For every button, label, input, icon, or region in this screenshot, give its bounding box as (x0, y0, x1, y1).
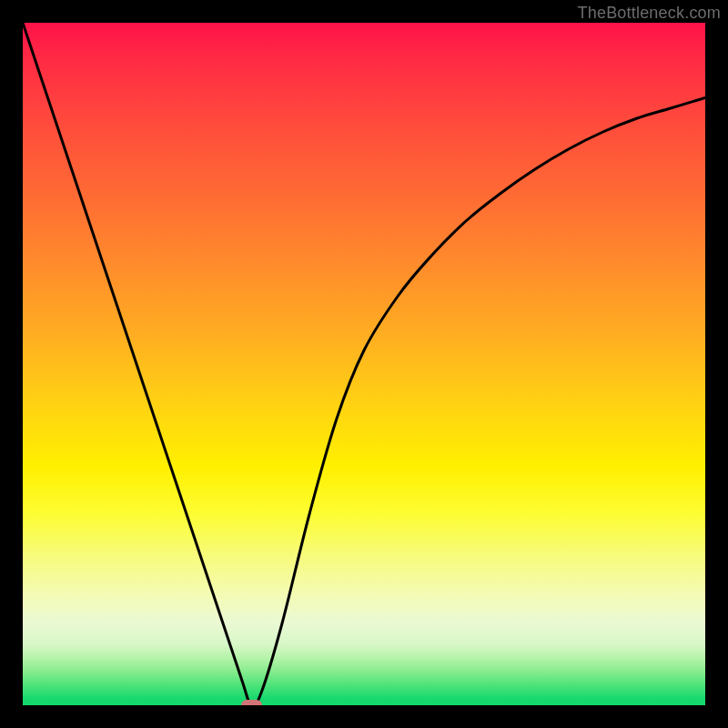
plot-area (23, 23, 705, 705)
optimum-marker (241, 700, 262, 705)
chart-frame: TheBottleneck.com (0, 0, 728, 728)
bottleneck-curve (23, 23, 705, 705)
watermark-text: TheBottleneck.com (578, 4, 721, 23)
